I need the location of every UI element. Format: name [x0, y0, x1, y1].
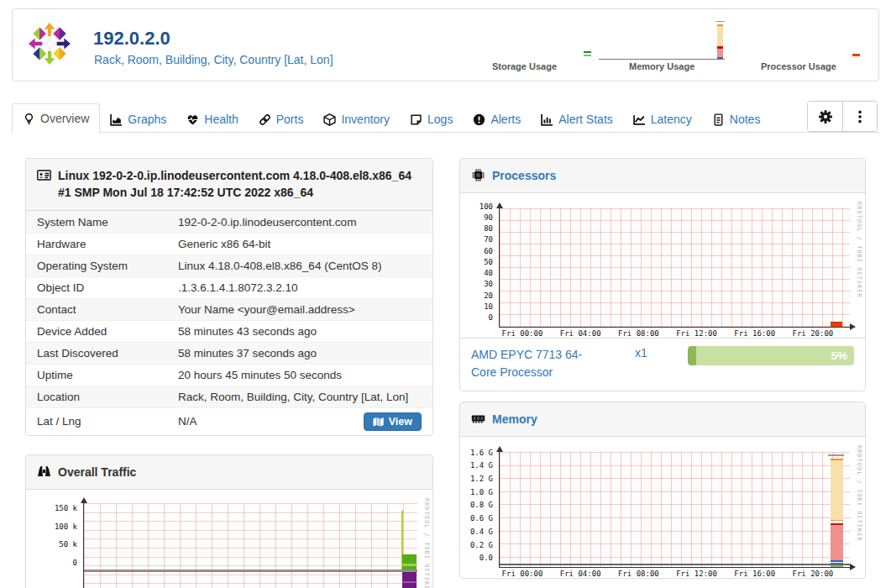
- centos-logo: [28, 22, 71, 66]
- y-tick-label: 50: [484, 258, 493, 266]
- rrdtool-watermark: RRDTOOL / TOBI OETIKER: [856, 202, 862, 298]
- table-row: Last Discovered58 minutes 37 seconds ago: [26, 342, 432, 364]
- x-tick-label: Fri 04:00: [560, 570, 601, 578]
- tab-label: Notes: [730, 113, 761, 126]
- exclamation-circle-icon: [473, 113, 485, 126]
- table-row: Lat / Lng N/A View: [26, 407, 432, 435]
- reference-line: [500, 564, 850, 565]
- x-tick-label: Fri 08:00: [618, 329, 659, 338]
- tab-alert-stats[interactable]: Alert Stats: [531, 105, 623, 134]
- panel-title[interactable]: Processors: [492, 167, 556, 184]
- y-tick-label: 150 k: [55, 504, 77, 512]
- y-tick-label: 1.0 G: [470, 488, 493, 496]
- y-tick-label: 1.6 G: [470, 449, 493, 457]
- y-tick-label: 100: [480, 202, 493, 211]
- y-tick-label: 1.2 G: [470, 475, 493, 483]
- binoculars-icon: [37, 465, 51, 478]
- system-description: Linux 192-0-2-0.ip.linodeusercontent.com…: [58, 167, 422, 202]
- x-tick-label: Fri 08:00: [618, 570, 659, 578]
- processor-count: x1: [635, 346, 647, 360]
- processor-usage-bar: 5%: [688, 346, 854, 365]
- system-info-panel: Linux 192-0-2-0.ip.linodeusercontent.com…: [25, 158, 433, 436]
- x-tick-label: Fri 04:00: [560, 329, 601, 338]
- tab-logs[interactable]: Logs: [400, 105, 463, 134]
- overall-traffic-graph[interactable]: 150 k100 k50 k0 Fri 00:00Fri 04:00Fri 08…: [26, 490, 432, 588]
- processor-row: AMD EPYC 7713 64-Core Processor x1 5%: [460, 338, 865, 391]
- data-mark: [831, 525, 843, 561]
- tab-label: Logs: [427, 113, 453, 126]
- latlng-value: N/A: [178, 415, 197, 428]
- storage-usage-minigraph[interactable]: [584, 51, 592, 58]
- memory-usage-minigraph[interactable]: [599, 19, 730, 60]
- link-icon: [259, 113, 271, 126]
- device-header: 192.0.2.0 Rack, Room, Building, City, Co…: [12, 8, 879, 81]
- processors-panel: Processors 1009080706050403020100 Fri 00…: [459, 158, 866, 391]
- table-row: System Name192-0-2-0.ip.linodeuserconten…: [26, 211, 432, 233]
- memory-graph[interactable]: 1.6 G1.4 G1.2 G1.0 G0.8 G0.6 G0.4 G0.2 G…: [460, 437, 865, 578]
- gear-icon: [818, 109, 833, 124]
- y-tick-label: 70: [484, 235, 493, 244]
- tab-alerts[interactable]: Alerts: [463, 105, 531, 134]
- data-mark: [831, 460, 843, 520]
- y-tick-label: 0: [489, 313, 493, 322]
- x-tick-label: Fri 00:00: [502, 329, 543, 338]
- tab-health[interactable]: Health: [176, 105, 248, 134]
- kebab-menu-icon: [853, 109, 867, 124]
- x-tick-label: Fri 12:00: [676, 329, 717, 338]
- data-mark: [402, 581, 417, 584]
- data-mark: [831, 322, 842, 323]
- panel-title: Overall Traffic: [58, 464, 136, 480]
- tab-label: Graphs: [128, 113, 166, 126]
- data-mark: [831, 322, 842, 327]
- data-mark: [831, 560, 843, 561]
- processor-usage-label: Processor Usage: [761, 61, 836, 71]
- file-text-icon: [712, 113, 725, 126]
- view-map-button[interactable]: View: [364, 412, 422, 431]
- processor-link[interactable]: AMD EPYC 7713 64-Core Processor: [471, 346, 597, 381]
- reference-line: [84, 570, 417, 572]
- tab-latency[interactable]: Latency: [623, 105, 702, 134]
- rrdtool-watermark: RRDTOOL / TOBI OETIKER: [423, 498, 430, 588]
- processor-usage-fill: [688, 346, 696, 365]
- y-tick-label: 100 k: [55, 522, 77, 531]
- processor-usage-percent: 5%: [831, 346, 847, 365]
- device-title[interactable]: 192.0.2.0: [93, 28, 170, 50]
- y-tick-label: 0.8 G: [470, 501, 493, 509]
- tab-inventory[interactable]: Inventory: [313, 105, 400, 134]
- x-tick-label: Fri 12:00: [676, 570, 717, 578]
- processor-usage-minigraph[interactable]: [852, 54, 861, 59]
- y-tick-label: 50 k: [59, 540, 77, 549]
- heartbeat-icon: [186, 113, 199, 126]
- y-tick-label: 20: [484, 291, 493, 300]
- x-tick-label: Fri 00:00: [502, 570, 543, 578]
- tab-notes[interactable]: Notes: [702, 105, 771, 134]
- more-button[interactable]: [842, 102, 877, 131]
- device-location-link[interactable]: Rack, Room, Building, City, Country [Lat…: [94, 53, 333, 66]
- bar-chart-icon: [541, 113, 553, 126]
- tab-label: Overview: [40, 112, 89, 125]
- map-icon: [373, 417, 384, 427]
- microchip-icon: [471, 169, 485, 181]
- data-mark: [831, 523, 843, 525]
- y-tick-label: 0.0: [480, 554, 493, 562]
- storage-usage-label: Storage Usage: [492, 61, 557, 71]
- tab-label: Health: [204, 113, 238, 126]
- table-row: Operating SystemLinux 4.18.0-408.el8.x86…: [26, 255, 432, 276]
- y-tick-label: 30: [484, 280, 493, 288]
- panel-title[interactable]: Memory: [492, 411, 537, 428]
- y-tick-label: 0.4 G: [470, 528, 493, 536]
- memory-usage-label: Memory Usage: [629, 61, 694, 71]
- settings-button[interactable]: [808, 102, 842, 131]
- tab-overview[interactable]: Overview: [12, 103, 100, 134]
- tab-label: Latency: [651, 113, 692, 126]
- y-tick-label: 80: [484, 224, 493, 233]
- table-row: HardwareGeneric x86 64-bit: [26, 233, 432, 255]
- sticky-note-icon: [410, 113, 422, 126]
- x-tick-label: Fri 16:00: [734, 329, 775, 338]
- tab-ports[interactable]: Ports: [249, 105, 314, 134]
- tab-graphs[interactable]: Graphs: [100, 105, 176, 134]
- tab-label: Alert Stats: [558, 113, 613, 126]
- x-tick-label: Fri 20:00: [793, 570, 834, 578]
- data-mark: [831, 520, 843, 521]
- processors-graph[interactable]: 1009080706050403020100 Fri 00:00Fri 04:0…: [460, 193, 865, 338]
